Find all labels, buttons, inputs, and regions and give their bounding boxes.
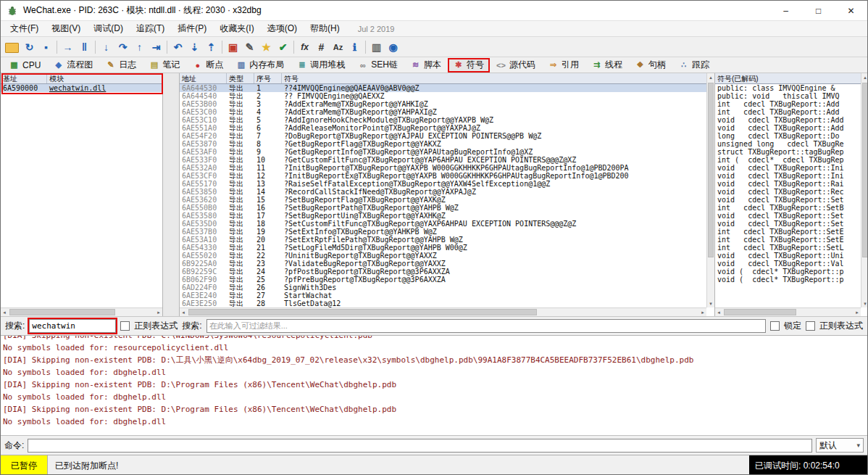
decoded-line[interactable]: void __cdecl TXBugReport::Add — [715, 124, 861, 132]
symbol-row[interactable]: 6AE53C00导出4?AddExtraMem@TXBugReport@@YAH… — [180, 108, 706, 116]
menu-item-plugins[interactable]: 插件(P) — [171, 21, 213, 36]
symbol-row[interactable]: 6AE532A0导出11?InitBugReport@TXBugReport@@… — [180, 164, 706, 172]
menu-item-trace[interactable]: 追踪(T) — [130, 21, 171, 36]
comment-icon[interactable]: ✎ — [241, 38, 258, 55]
step-back-icon[interactable]: ↶ — [170, 38, 186, 55]
symbol-row[interactable]: 6A644530导出1??4IMVQQEngine@@QAEAAV0@ABV0@… — [180, 84, 706, 92]
symbols-vertical-scrollbar[interactable]: ▴ ▾ — [706, 73, 714, 307]
stop-icon[interactable]: ▪ — [38, 38, 54, 55]
decoded-line[interactable]: int __cdecl TXBugReport::SetE — [715, 228, 861, 236]
tab-symbols[interactable]: ✱符号 — [448, 58, 490, 73]
symbol-row[interactable]: 6AE550B0导出16?SetBugReportPath@TXBugRepor… — [180, 204, 706, 212]
module-row[interactable]: 6A590000wechatwin.dll — [1, 84, 162, 92]
patch-icon[interactable]: ▣ — [225, 38, 241, 55]
filter-regex-checkbox[interactable] — [806, 321, 815, 331]
scroll-left-icon[interactable]: ◂ — [1, 308, 8, 316]
symbol-row[interactable]: 6AE535D0导出18?SetCustomFiltFunc@TXBugRepo… — [180, 220, 706, 228]
tab-seh[interactable]: ∞SEH链 — [351, 57, 404, 73]
decoded-line[interactable]: int __cdecl TXBugReport::Add — [715, 100, 861, 108]
symbol-filter-input[interactable] — [206, 319, 766, 333]
tab-trace[interactable]: ∴跟踪 — [672, 57, 716, 73]
symbol-row[interactable]: 6B9225A0导出23?ValidateBugReport@TXBugRepo… — [180, 260, 706, 268]
decoded-line[interactable]: int __cdecl TXBugReport::SetB — [715, 204, 861, 212]
symbol-row[interactable]: 6AE53AF0导出9?GetBugReportInfo@TXBugReport… — [180, 148, 706, 156]
tab-log[interactable]: ✎日志 — [99, 57, 143, 73]
menu-item-debug[interactable]: 调试(D) — [87, 21, 130, 36]
decoded-horizontal-scrollbar[interactable]: ◂ ▸ — [715, 307, 861, 316]
decoded-line[interactable]: public: void __thiscall IMVQ — [715, 92, 861, 100]
symbol-row[interactable]: 6AE53620导出15?SetBugReportFlag@TXBugRepor… — [180, 196, 706, 204]
symbol-row[interactable]: 6AE55020导出22?UninitBugReport@TXBugReport… — [180, 252, 706, 260]
open-file-icon[interactable] — [5, 43, 19, 53]
symbol-row[interactable]: 6AE53A10导出20?SetExtRptFilePath@TXBugRepo… — [180, 236, 706, 244]
tab-graph[interactable]: ◈流程图 — [47, 57, 99, 73]
scroll-right-icon[interactable]: ▸ — [699, 308, 706, 316]
trace-over-icon[interactable]: ⇡ — [203, 38, 220, 55]
memory-bars-icon[interactable]: ▥ — [368, 38, 385, 55]
decoded-line[interactable]: void __cdecl TXBugReport::Ini — [715, 164, 861, 172]
tab-memory-map[interactable]: ▥内存布局 — [230, 57, 291, 73]
step-out-icon[interactable]: ↑ — [131, 38, 148, 55]
menu-item-file[interactable]: 文件(F) — [4, 21, 45, 36]
fx-icon[interactable]: fx — [296, 38, 313, 55]
symbol-row[interactable]: 6AE3E250导出28TlsGetData@12 — [180, 300, 706, 307]
trace-into-icon[interactable]: ⇣ — [186, 38, 203, 55]
tab-threads[interactable]: ⇉线程 — [585, 57, 629, 73]
scroll-left-icon[interactable]: ◂ — [180, 308, 187, 316]
symbol-row[interactable]: 6AE533F0导出10?GetCustomFiltFunc@TXBugRepo… — [180, 156, 706, 164]
close-button[interactable]: ✕ — [835, 1, 867, 20]
maximize-button[interactable]: □ — [802, 1, 835, 20]
symbol-row[interactable]: 6AE551A0导出6?AddReleaseMonitorPoint@TXBug… — [180, 124, 706, 132]
decoded-line[interactable]: long __cdecl TXBugReport::Do — [715, 132, 861, 140]
decoded-vertical-scrollbar[interactable]: ▴ ▾ — [861, 73, 868, 307]
scroll-right-icon[interactable]: ▸ — [854, 308, 861, 316]
decoded-line[interactable]: public: class IMVQQEngine & — [715, 84, 861, 92]
az-icon[interactable]: Az — [330, 38, 346, 55]
decoded-line[interactable]: int __cdecl TXBugReport::SetE — [715, 236, 861, 244]
tab-references[interactable]: ⇒引用 — [542, 57, 585, 73]
symbol-row[interactable]: 6AE3E240导出27StartWachat — [180, 292, 706, 300]
scrollbar-track[interactable] — [861, 81, 868, 300]
scrollbar-track[interactable] — [187, 308, 699, 316]
symbol-row[interactable]: 6AE53580导出17?SetBugReportUin@TXBugReport… — [180, 212, 706, 220]
favourites-icon[interactable]: ★ — [258, 38, 275, 55]
info-icon[interactable]: ℹ — [346, 38, 363, 55]
decoded-line[interactable]: struct TXBugReport::tagBugRep — [715, 148, 861, 156]
command-input[interactable] — [28, 439, 812, 453]
symbol-row[interactable]: 6B062F90导出25?pfPreBugReport@TXBugReport@… — [180, 276, 706, 284]
decoded-line[interactable]: void (__cdecl* TXBugReport::p — [715, 268, 861, 276]
symbol-row[interactable]: 6AE53850导出14?RecordCallStackIfNeed@TXBug… — [180, 188, 706, 196]
decoded-line[interactable]: void (__cdecl* TXBugReport::p — [715, 276, 861, 284]
menu-item-view[interactable]: 视图(V) — [45, 21, 87, 36]
scroll-up-icon[interactable]: ▴ — [707, 73, 714, 81]
step-into-icon[interactable]: ↓ — [98, 38, 114, 55]
scroll-left-icon[interactable]: ◂ — [715, 308, 722, 316]
symbol-row[interactable]: 6AE55170导出13?RaiseSelfFatalException@TXB… — [180, 180, 706, 188]
symbol-row[interactable]: 6AE53CF0导出12?InitBugReportEx@TXBugReport… — [180, 172, 706, 180]
decoded-line[interactable]: void __cdecl TXBugReport::Set — [715, 196, 861, 204]
symbol-row[interactable]: 6A644540导出2??_FIMVQQEngine@@QAEXXZ — [180, 92, 706, 100]
tab-handles[interactable]: ❖句柄 — [629, 57, 672, 73]
check-icon[interactable]: ✔ — [275, 38, 291, 55]
scrollbar-thumb[interactable] — [708, 83, 714, 257]
decoded-line[interactable]: int (__cdecl*__cdecl TXBugRep — [715, 156, 861, 164]
decoded-line[interactable]: unsigned long __cdecl TXBugRe — [715, 140, 861, 148]
decoded-line[interactable]: void __cdecl TXBugReport::Add — [715, 116, 861, 124]
decoded-line[interactable]: void __cdecl TXBugReport::Rai — [715, 180, 861, 188]
tab-call-stack[interactable]: ≣调用堆栈 — [291, 57, 351, 73]
decoded-line[interactable]: int __cdecl TXBugReport::Add — [715, 108, 861, 116]
scrollbar-track[interactable] — [722, 308, 854, 316]
tab-source[interactable]: <>源代码 — [490, 57, 542, 73]
scroll-down-icon[interactable]: ▾ — [707, 300, 714, 307]
log-area[interactable]: [DIA] Skipping non-existent PDB: C:\WIND… — [1, 335, 867, 435]
decoded-line[interactable]: void __cdecl TXBugReport::Val — [715, 260, 861, 268]
hash-icon[interactable]: # — [313, 38, 330, 55]
tab-script[interactable]: ≋脚本 — [404, 57, 448, 73]
scroll-up-icon[interactable]: ▴ — [861, 73, 868, 81]
decoded-line[interactable]: void __cdecl TXBugReport::Set — [715, 212, 861, 220]
symbol-row[interactable]: 6AD224F0导出26SignWith3Des — [180, 284, 706, 292]
scrollbar-track[interactable] — [8, 308, 155, 316]
symbol-row[interactable]: 6AE53C10导出5?AddIgnoreHookCheckModule@TXB… — [180, 116, 706, 124]
decoded-line[interactable]: int __cdecl TXBugReport::SetL — [715, 244, 861, 252]
scrollbar-track[interactable] — [707, 81, 714, 300]
